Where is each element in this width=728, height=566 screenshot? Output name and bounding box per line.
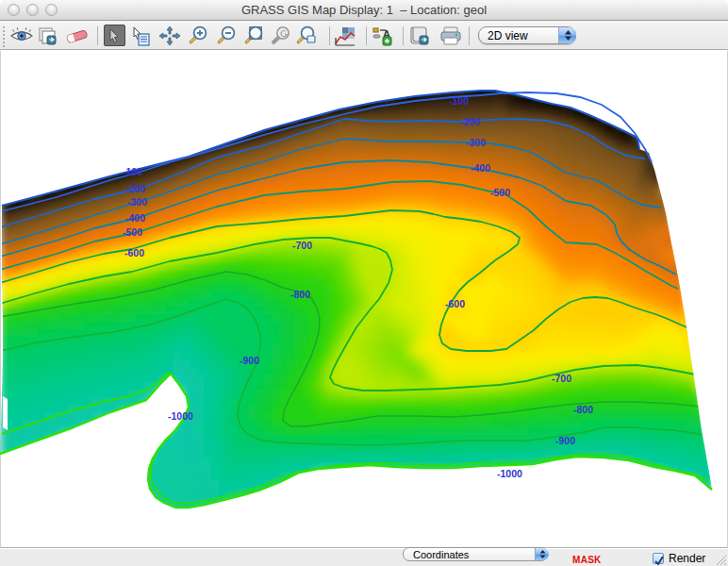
svg-text:-800: -800	[573, 404, 593, 415]
svg-text:-200: -200	[460, 116, 480, 127]
svg-text:-800: -800	[290, 289, 310, 300]
svg-text:-400: -400	[471, 162, 490, 174]
svg-text:-1000: -1000	[497, 468, 522, 479]
svg-text:-1000: -1000	[168, 410, 193, 422]
svg-text:-700: -700	[552, 373, 571, 384]
svg-text:-200: -200	[125, 183, 145, 194]
svg-text:-700: -700	[292, 240, 312, 251]
svg-text:-500: -500	[123, 226, 142, 238]
svg-text:-900: -900	[555, 435, 575, 446]
svg-text:-600: -600	[445, 298, 465, 309]
svg-text:-100: -100	[123, 166, 142, 177]
svg-text:-400: -400	[125, 212, 145, 224]
svg-text:-500: -500	[490, 187, 510, 198]
svg-text:-300: -300	[466, 137, 486, 148]
svg-text:-300: -300	[127, 196, 147, 208]
svg-text:-600: -600	[124, 247, 144, 258]
svg-text:-100: -100	[449, 95, 469, 107]
svg-text:-900: -900	[240, 355, 259, 366]
